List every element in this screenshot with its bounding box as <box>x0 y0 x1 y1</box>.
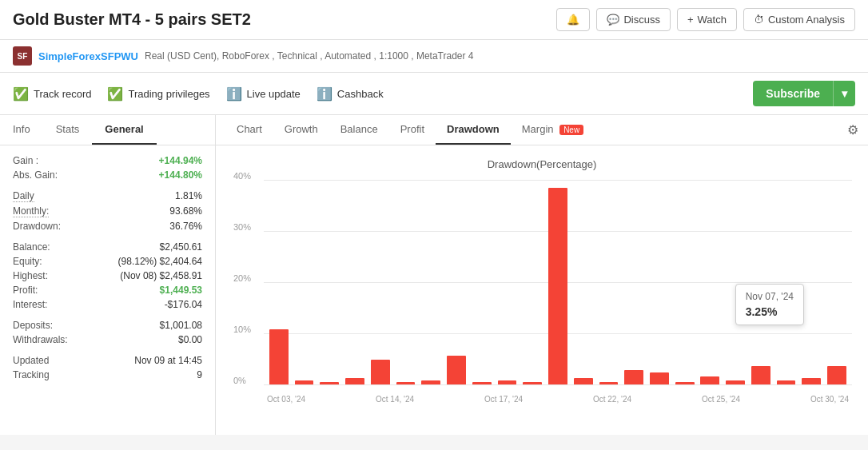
stat-row: Gain :+144.94% <box>13 155 202 166</box>
bar-group <box>647 180 671 384</box>
bar-group <box>343 180 367 384</box>
bar <box>498 380 517 384</box>
bar <box>548 188 567 384</box>
bar-group <box>419 180 443 384</box>
x-axis-labels: Oct 03, '24Oct 14, '24Oct 17, '24Oct 22,… <box>264 388 852 404</box>
avatar: SF <box>13 46 32 66</box>
stat-row: Interest:-$176.04 <box>13 299 202 310</box>
bar <box>624 370 643 384</box>
x-axis-label: Oct 14, '24 <box>376 395 414 404</box>
stat-value: 1.81% <box>175 190 202 201</box>
stat-row: Monthly:93.68% <box>13 205 202 217</box>
stat-label: Withdrawals: <box>13 334 68 345</box>
chart-tab-chart[interactable]: Chart <box>225 115 273 145</box>
subscribe-button[interactable]: Subscribe ▾ <box>753 81 855 106</box>
bar-group <box>673 180 697 384</box>
bar <box>700 376 719 384</box>
bar-group <box>723 180 747 384</box>
bar <box>751 366 770 384</box>
bar <box>827 366 846 384</box>
watch-label: Watch <box>698 14 727 26</box>
stat-label: Balance: <box>13 241 50 253</box>
badge-trading-privileges: ✅ Trading privileges <box>107 86 209 102</box>
bar <box>675 382 695 384</box>
tab-general[interactable]: General <box>92 115 156 145</box>
bar-group <box>774 180 798 384</box>
tab-stats[interactable]: Stats <box>43 115 93 145</box>
y-axis-label: 30% <box>233 222 251 232</box>
bar <box>777 380 796 384</box>
check-icon-trading: ✅ <box>107 86 123 102</box>
watch-button[interactable]: + Watch <box>677 8 737 31</box>
tab-info[interactable]: Info <box>0 115 43 145</box>
stat-row: Daily1.81% <box>13 190 202 202</box>
chart-tabs: Chart Growth Balance Profit Drawdown Mar… <box>216 115 868 145</box>
chart-tab-profit[interactable]: Profit <box>389 115 436 145</box>
grid-line: 0% <box>264 384 852 385</box>
custom-analysis-label: Custom Analysis <box>768 14 845 26</box>
username-link[interactable]: SimpleForexSFPWU <box>38 50 138 62</box>
track-record-label: Track record <box>34 88 91 100</box>
stat-value: -$176.04 <box>165 299 202 310</box>
bar <box>726 380 745 384</box>
stat-row: Tracking9 <box>13 369 202 380</box>
stat-value: $2,450.61 <box>160 241 202 253</box>
stat-row: Withdrawals:$0.00 <box>13 334 202 345</box>
stat-row: UpdatedNov 09 at 14:45 <box>13 355 202 366</box>
custom-analysis-button[interactable]: ⏱ Custom Analysis <box>743 8 855 31</box>
bar-group <box>825 180 849 384</box>
bar-group <box>546 180 570 384</box>
info-icon-live: ℹ️ <box>226 86 242 102</box>
stat-value: +144.94% <box>159 155 202 166</box>
stat-row: Highest:(Nov 08) $2,458.91 <box>13 270 202 281</box>
stat-label: Equity: <box>13 256 42 267</box>
chart-tooltip: Nov 07, '243.25% <box>735 284 804 325</box>
stat-value: 9 <box>197 369 202 380</box>
stat-value: 36.76% <box>169 221 202 232</box>
bar-group <box>444 180 468 384</box>
x-axis-label: Oct 25, '24 <box>702 395 740 404</box>
y-axis-label: 20% <box>233 273 251 283</box>
stat-row: Balance:$2,450.61 <box>13 241 202 253</box>
stat-value: $1,001.08 <box>160 320 202 331</box>
trading-privileges-label: Trading privileges <box>128 88 209 100</box>
chart-tab-drawdown[interactable]: Drawdown <box>436 115 511 145</box>
stat-row: Drawdown:36.76% <box>13 221 202 232</box>
subscribe-arrow-icon[interactable]: ▾ <box>833 81 855 106</box>
filter-icon[interactable]: ⚙ <box>847 122 858 137</box>
bar <box>599 382 619 384</box>
bar-group <box>293 180 317 384</box>
stat-divider <box>13 184 202 190</box>
page-title: Gold Buster MT4 - 5 pairs SET2 <box>13 10 251 29</box>
stat-row: Abs. Gain:+144.80% <box>13 169 202 181</box>
bar-group <box>520 180 544 384</box>
bar-group <box>571 180 595 384</box>
discuss-button[interactable]: 💬 Discuss <box>596 8 671 31</box>
stat-label: Gain : <box>13 155 38 166</box>
y-axis-label: 10% <box>233 325 251 334</box>
header-actions: 🔔 💬 Discuss + Watch ⏱ Custom Analysis <box>556 8 855 31</box>
bar-group <box>799 180 823 384</box>
stat-label: Abs. Gain: <box>13 169 58 181</box>
stat-value: 93.68% <box>169 205 202 217</box>
badges-bar: ✅ Track record ✅ Trading privileges ℹ️ L… <box>0 73 868 115</box>
bell-button[interactable]: 🔔 <box>556 8 590 31</box>
bar <box>320 382 339 384</box>
chart-tab-balance[interactable]: Balance <box>329 115 389 145</box>
chart-tab-margin[interactable]: Margin New <box>511 115 595 145</box>
stat-label: Drawdown: <box>13 221 61 232</box>
bar-group <box>267 180 291 384</box>
stat-label: Monthly: <box>13 205 49 217</box>
bar-group <box>597 180 621 384</box>
stat-value: $0.00 <box>178 334 202 345</box>
bell-icon: 🔔 <box>567 14 579 26</box>
stat-value: $1,449.53 <box>160 285 202 296</box>
main-content: Info Stats General Gain :+144.94%Abs. Ga… <box>0 115 868 435</box>
badge-group: ✅ Track record ✅ Trading privileges ℹ️ L… <box>13 86 384 102</box>
bar-group <box>749 180 773 384</box>
left-tabs: Info Stats General <box>0 115 215 145</box>
bar <box>447 356 466 384</box>
x-axis-label: Oct 03, '24 <box>267 395 305 404</box>
chart-tab-growth[interactable]: Growth <box>273 115 329 145</box>
analysis-icon: ⏱ <box>754 14 764 26</box>
